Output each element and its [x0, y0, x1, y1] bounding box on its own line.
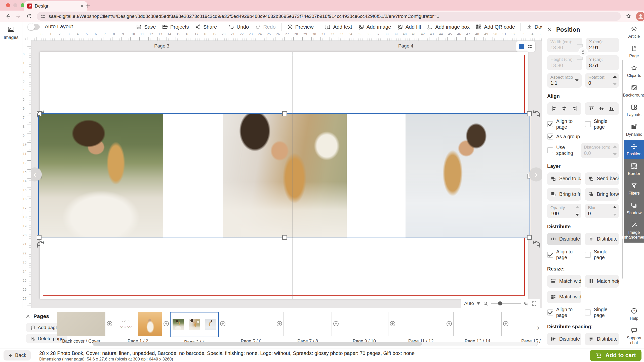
rotate-handle-icon[interactable] [531, 108, 542, 120]
send-backward-button[interactable]: Send backward [585, 172, 619, 185]
distribute-spacing-horizontally-button[interactable]: Distribute hori... [547, 333, 581, 345]
aspect-ratio-select[interactable]: Aspect ratio 1:1 [547, 73, 582, 88]
grid-view-icon[interactable] [527, 44, 533, 49]
single-view-icon[interactable] [519, 44, 524, 49]
align-to-page-checkbox[interactable]: Align to page [547, 307, 581, 318]
rotate-handle-icon[interactable] [35, 108, 46, 120]
stepper-up-icon[interactable] [613, 75, 617, 78]
window-close-button[interactable] [6, 3, 10, 7]
resize-handle[interactable] [282, 111, 287, 116]
zoom-mode-value[interactable]: Auto [464, 301, 474, 306]
align-middle-icon[interactable] [599, 106, 605, 112]
lock-icon[interactable] [579, 48, 587, 56]
page-thumbnail-page-7-8[interactable] [284, 312, 332, 336]
zoom-in-icon[interactable] [524, 301, 529, 306]
insert-page-button[interactable] [389, 320, 396, 327]
send-to-back-button[interactable]: Send to back [547, 172, 581, 185]
as-a-group-checkbox[interactable]: As a group [547, 133, 581, 140]
position-panel-close-icon[interactable] [547, 27, 552, 32]
page-thumbnail-page-5-6[interactable] [227, 312, 275, 336]
new-tab-button[interactable] [85, 3, 91, 9]
align-left-icon[interactable] [551, 106, 557, 112]
design-canvas[interactable]: Page 3 Page 4 ‹ › Auto [31, 40, 542, 308]
page-thumbnail-page-13-14[interactable] [453, 312, 502, 336]
window-minimize-button[interactable] [13, 3, 17, 7]
bookmark-star-icon[interactable] [625, 13, 631, 19]
page-thumbnail-page-1-2[interactable] [114, 312, 162, 336]
images-panel-button[interactable]: Images [0, 26, 22, 40]
single-page-checkbox[interactable]: Single page [585, 249, 619, 260]
selected-image-group[interactable] [38, 113, 530, 238]
pages-close-icon[interactable] [26, 314, 30, 319]
use-spacing-checkbox[interactable]: Use spacing [547, 145, 577, 156]
match-width-button[interactable]: Match width [547, 275, 581, 288]
distribute-spacing-vertically-button[interactable]: Distribute vert... [585, 333, 619, 345]
rail-item-border[interactable]: Border [624, 159, 644, 179]
align-right-icon[interactable] [571, 106, 577, 112]
wedding-photo-2[interactable] [223, 114, 347, 238]
insert-page-button[interactable] [163, 320, 170, 327]
insert-page-button[interactable] [446, 320, 453, 327]
add-page-button[interactable]: Add page [26, 323, 62, 332]
browser-back-icon[interactable] [5, 13, 11, 19]
pages-scroll-right-icon[interactable]: › [537, 323, 540, 332]
align-center-icon[interactable] [561, 106, 567, 112]
rail-item-dynamic[interactable]: Dynamic [624, 120, 644, 140]
add-text-button[interactable]: Add text [322, 23, 355, 31]
match-width-and-height-button[interactable]: Match width a... [547, 291, 581, 303]
insert-page-button[interactable] [276, 320, 283, 327]
site-settings-icon[interactable] [41, 14, 46, 19]
page-thumbnail-back-cover-cover[interactable] [57, 312, 105, 336]
zoom-slider-handle[interactable] [498, 301, 502, 305]
share-button[interactable]: Share [192, 23, 220, 31]
bring-to-front-button[interactable]: Bring to front [547, 188, 581, 201]
rotate-handle-icon[interactable] [35, 238, 46, 250]
address-bar[interactable]: saal-digital.eu/WebshopClient/#/Designer… [37, 12, 621, 21]
insert-page-button[interactable] [333, 320, 339, 327]
auto-layout-toggle[interactable] [28, 24, 40, 30]
align-to-page-checkbox[interactable]: Align to page [547, 118, 581, 130]
add-fill-button[interactable]: Add fill [394, 23, 424, 31]
rail-item-background[interactable]: Background [624, 81, 644, 101]
align-bottom-icon[interactable] [609, 106, 615, 112]
single-page-checkbox[interactable]: Single page [585, 307, 619, 318]
rotate-handle-icon[interactable] [531, 238, 542, 250]
insert-page-button[interactable] [502, 320, 509, 327]
page-thumbnail-page-11-12[interactable] [397, 312, 445, 336]
insert-page-button[interactable] [219, 320, 226, 327]
preview-button[interactable]: Preview [284, 23, 317, 31]
stepper-down-icon[interactable] [613, 83, 617, 85]
projects-button[interactable]: Projects [159, 23, 192, 31]
zoom-slider[interactable] [491, 303, 521, 304]
rail-item-layouts[interactable]: Layouts [624, 101, 644, 120]
resize-handle[interactable] [282, 235, 287, 240]
rail-item-cliparts[interactable]: Cliparts [624, 61, 644, 81]
wedding-photo-1[interactable] [39, 114, 163, 238]
page-thumbnail-page-3-4[interactable] [170, 312, 219, 337]
browser-reload-icon[interactable] [26, 13, 32, 19]
rail-item-help[interactable]: ?Help [624, 304, 644, 324]
pages-scrollbar-thumb[interactable] [93, 342, 422, 346]
add-qr-code-button[interactable]: Add QR code [473, 23, 518, 31]
zoom-out-icon[interactable] [483, 301, 488, 306]
rail-item-position[interactable]: Position [624, 140, 644, 159]
browser-tab[interactable]: Design [24, 1, 87, 11]
add-to-cart-button[interactable]: Add to cart [590, 350, 641, 361]
rail-item-article[interactable]: Article [624, 22, 644, 42]
rotation-stepper[interactable]: Rotation: 0 [585, 73, 619, 88]
tab-close-icon[interactable] [80, 4, 84, 8]
distribute-vertically-button[interactable]: Distribute vert... [585, 233, 619, 245]
undo-button[interactable]: Undo [225, 23, 252, 31]
y-field[interactable]: Y (cm): 8.61 [586, 55, 619, 70]
next-spread-button[interactable]: › [529, 167, 542, 182]
blur-stepper[interactable]: Blur 0 [585, 204, 619, 218]
pages-scrollbar[interactable] [93, 342, 538, 346]
add-image-box-button[interactable]: Add image box [424, 23, 473, 31]
opacity-stepper[interactable]: Opacity 100 [547, 204, 581, 218]
browser-profile-avatar[interactable] [636, 12, 644, 21]
align-top-icon[interactable] [589, 106, 595, 112]
align-to-page-checkbox[interactable]: Align to page [547, 249, 581, 260]
wedding-photo-3[interactable] [406, 114, 530, 238]
back-button[interactable]: Back [4, 350, 31, 360]
zoom-mode-caret-icon[interactable] [477, 302, 480, 305]
